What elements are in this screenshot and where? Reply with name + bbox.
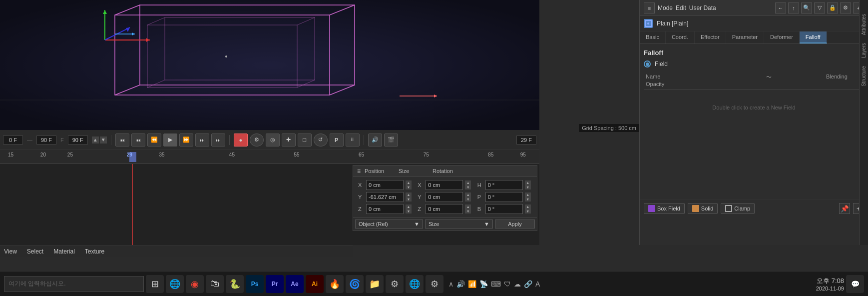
keyframe-btn[interactable]: ⠿ xyxy=(346,134,360,146)
wifi-icon[interactable]: 📡 xyxy=(479,280,488,288)
attr-user-data-menu[interactable]: User Data xyxy=(689,4,716,12)
taskbar-ai-icon[interactable]: Ai xyxy=(306,275,324,293)
shield-icon[interactable]: 🛡 xyxy=(504,280,511,288)
menu-texture[interactable]: Texture xyxy=(85,248,104,255)
taskbar-edge-icon[interactable]: 🌐 xyxy=(166,275,184,293)
notification-icon[interactable]: 💬 xyxy=(846,275,864,293)
next-frame-end-btn[interactable]: ⏭ xyxy=(195,134,209,146)
x-pos-input[interactable] xyxy=(366,180,404,190)
p-rot-input[interactable] xyxy=(485,192,523,202)
taskbar-settings-icon[interactable]: ⚙ xyxy=(386,275,404,293)
x-size-input[interactable] xyxy=(426,180,463,190)
pose-btn[interactable]: P xyxy=(330,134,344,146)
taskbar-store-icon[interactable]: 🛍 xyxy=(206,275,224,293)
y-pos-up[interactable]: ▲ xyxy=(406,192,412,197)
menu-select[interactable]: Select xyxy=(27,248,43,255)
h-rot-spinner[interactable]: ▲ ▼ xyxy=(525,180,531,190)
z-size-input[interactable] xyxy=(426,204,463,214)
auto-key-btn[interactable]: ⚙ xyxy=(250,134,264,146)
attr-mode-menu[interactable]: Mode xyxy=(658,4,673,12)
play-btn[interactable]: ▶ xyxy=(163,134,177,146)
z-pos-input[interactable] xyxy=(366,204,404,214)
attr-settings-btn[interactable]: ⚙ xyxy=(840,2,851,14)
taskbar-chrome-icon[interactable]: ◉ xyxy=(186,275,204,293)
menu-view[interactable]: View xyxy=(4,248,17,255)
link-icon[interactable]: 🔗 xyxy=(524,280,532,288)
taskbar-ps-icon[interactable]: Ps xyxy=(246,275,264,293)
p-rot-down[interactable]: ▼ xyxy=(525,197,531,202)
y-size-up[interactable]: ▲ xyxy=(465,192,471,197)
record-btn[interactable]: ● xyxy=(234,134,248,146)
volume-icon[interactable]: 🔊 xyxy=(456,280,465,288)
attr-up-btn[interactable]: ↑ xyxy=(788,2,799,14)
keyboard-icon[interactable]: ⌨ xyxy=(491,280,501,288)
font-icon[interactable]: A xyxy=(535,280,540,288)
network-icon[interactable]: 📶 xyxy=(468,280,476,288)
loop-btn[interactable]: ↺ xyxy=(314,134,328,146)
y-pos-input[interactable] xyxy=(366,192,404,202)
go-end-btn[interactable]: ⏭ xyxy=(211,134,225,146)
z-pos-up[interactable]: ▲ xyxy=(406,204,412,209)
z-size-spinner[interactable]: ▲ ▼ xyxy=(465,204,471,214)
chevron-icon[interactable]: ∧ xyxy=(448,280,453,288)
y-pos-down[interactable]: ▼ xyxy=(406,197,412,202)
p-rot-spinner[interactable]: ▲ ▼ xyxy=(525,192,531,202)
cloud-icon[interactable]: ☁ xyxy=(514,280,521,288)
prev-frame-btn[interactable]: ⏪ xyxy=(147,134,161,146)
taskbar-blender-icon[interactable]: 🔥 xyxy=(326,275,344,293)
frame-up-btn[interactable]: ▲ xyxy=(92,136,99,144)
taskbar-gear-icon[interactable]: ⚙ xyxy=(426,275,443,293)
taskbar-ae-icon[interactable]: Ae xyxy=(286,275,304,293)
y-size-spinner[interactable]: ▲ ▼ xyxy=(465,192,471,202)
key-snap-btn[interactable]: ◎ xyxy=(266,134,280,146)
x-pos-up[interactable]: ▲ xyxy=(406,180,412,185)
tab-deformer[interactable]: Deformer xyxy=(764,32,800,44)
menu-material[interactable]: Material xyxy=(53,248,75,255)
b-rot-spinner[interactable]: ▲ ▼ xyxy=(525,204,531,214)
key-selection-btn[interactable]: ◻ xyxy=(298,134,312,146)
clamp-btn[interactable]: Clamp xyxy=(721,203,755,214)
box-field-btn[interactable]: Box Field xyxy=(644,203,685,214)
z-pos-spinner[interactable]: ▲ ▼ xyxy=(406,204,412,214)
coord-system-dropdown[interactable]: Object (Rel) ▼ xyxy=(355,220,423,228)
attr-menu-btn[interactable]: ≡ xyxy=(644,2,655,14)
search-bar[interactable]: 여기에 입력하십시오. xyxy=(4,276,144,292)
y-pos-spinner[interactable]: ▲ ▼ xyxy=(406,192,412,202)
y-size-down[interactable]: ▼ xyxy=(465,197,471,202)
prev-frame-start-btn[interactable]: ⏮ xyxy=(131,134,145,146)
attr-lock-btn[interactable]: 🔒 xyxy=(827,2,838,14)
field-radio[interactable] xyxy=(644,60,651,68)
taskbar-ie-icon[interactable]: 🌐 xyxy=(406,275,424,293)
taskbar-pr-icon[interactable]: Pr xyxy=(266,275,284,293)
vert-tab-attributes[interactable]: Attributes xyxy=(860,10,868,39)
go-start-btn[interactable]: ⏮ xyxy=(115,134,129,146)
tab-coord[interactable]: Coord. xyxy=(666,32,695,44)
tab-basic[interactable]: Basic xyxy=(640,32,666,44)
x-pos-spinner[interactable]: ▲ ▼ xyxy=(406,180,412,190)
apply-button[interactable]: Apply xyxy=(495,220,535,228)
b-rot-down[interactable]: ▼ xyxy=(525,209,531,214)
h-rot-input[interactable] xyxy=(485,180,523,190)
z-pos-down[interactable]: ▼ xyxy=(406,209,412,214)
add-key-btn[interactable]: ✚ xyxy=(282,134,296,146)
next-frame-btn[interactable]: ⏩ xyxy=(179,134,193,146)
b-rot-up[interactable]: ▲ xyxy=(525,204,531,209)
x-size-up[interactable]: ▲ xyxy=(465,180,471,185)
attr-filter-btn[interactable]: ▽ xyxy=(814,2,825,14)
b-rot-input[interactable] xyxy=(485,204,523,214)
attr-search-btn[interactable]: 🔍 xyxy=(801,2,812,14)
speaker-btn[interactable]: 🔊 xyxy=(368,134,382,146)
solid-btn[interactable]: Solid xyxy=(688,203,718,214)
frame-down-btn[interactable]: ▼ xyxy=(100,136,107,144)
x-size-spinner[interactable]: ▲ ▼ xyxy=(465,180,471,190)
p-rot-up[interactable]: ▲ xyxy=(525,192,531,197)
taskbar-explorer-icon[interactable]: 📁 xyxy=(366,275,384,293)
x-size-down[interactable]: ▼ xyxy=(465,185,471,190)
z-size-down[interactable]: ▼ xyxy=(465,209,471,214)
film-btn[interactable]: 🎬 xyxy=(384,134,398,146)
h-rot-up[interactable]: ▲ xyxy=(525,180,531,185)
vert-tab-structure[interactable]: Structure xyxy=(860,62,868,90)
field-more-btn[interactable]: 📌 xyxy=(839,203,850,214)
y-size-input[interactable] xyxy=(426,192,463,202)
tab-effector[interactable]: Effector xyxy=(695,32,726,44)
